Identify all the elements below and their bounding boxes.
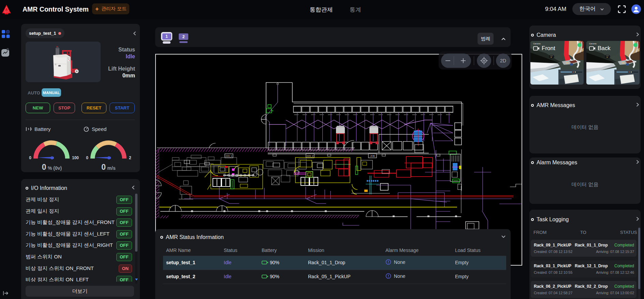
svg-text:223_1: 223_1 [225, 155, 232, 158]
svg-text:JOB: JOB [370, 155, 375, 157]
svg-text:223_2: 223_2 [307, 155, 313, 158]
svg-text:ROBOTICS: ROBOTICS [4, 12, 10, 13]
